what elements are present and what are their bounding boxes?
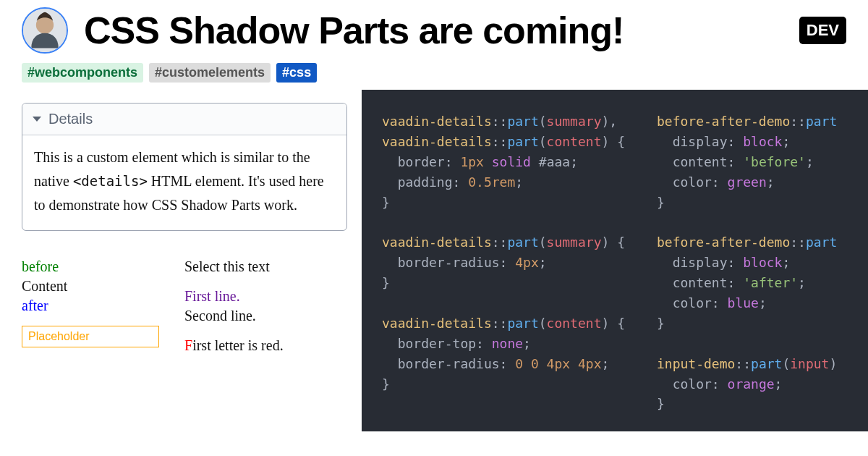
first-letter-rest: irst letter is red. bbox=[192, 337, 284, 353]
details-summary[interactable]: Details bbox=[22, 104, 346, 135]
before-after-demo: before Content after Placeholder bbox=[22, 257, 184, 355]
tag-row: #webcomponents #customelements #css bbox=[0, 57, 868, 90]
first-letter: F bbox=[184, 337, 192, 353]
text-demos: Select this text First line. Second line… bbox=[184, 257, 347, 355]
details-code: <details> bbox=[73, 173, 148, 189]
chevron-down-icon bbox=[33, 117, 41, 122]
code-block: vaadin-details::part(summary), vaadin-de… bbox=[362, 90, 868, 431]
article-title: CSS Shadow Parts are coming! bbox=[84, 9, 799, 52]
pseudo-after: after bbox=[22, 296, 184, 316]
details-summary-label: Details bbox=[48, 111, 93, 127]
tag-webcomponents[interactable]: #webcomponents bbox=[22, 63, 143, 83]
details-widget: Details This is a custom element which i… bbox=[22, 103, 347, 231]
demo-content-text: Content bbox=[22, 276, 184, 296]
tag-customelements[interactable]: #customelements bbox=[149, 63, 271, 83]
details-content: This is a custom element which is simila… bbox=[22, 135, 346, 230]
first-line-demo: First line. bbox=[184, 287, 347, 306]
second-line-demo: Second line. bbox=[184, 306, 347, 326]
dev-badge: DEV bbox=[799, 17, 846, 44]
first-letter-demo: First letter is red. bbox=[184, 336, 347, 355]
author-avatar bbox=[22, 7, 68, 54]
tag-css[interactable]: #css bbox=[276, 63, 317, 83]
selection-demo[interactable]: Select this text bbox=[184, 257, 347, 276]
placeholder-input[interactable]: Placeholder bbox=[22, 326, 159, 347]
pseudo-before: before bbox=[22, 257, 184, 276]
